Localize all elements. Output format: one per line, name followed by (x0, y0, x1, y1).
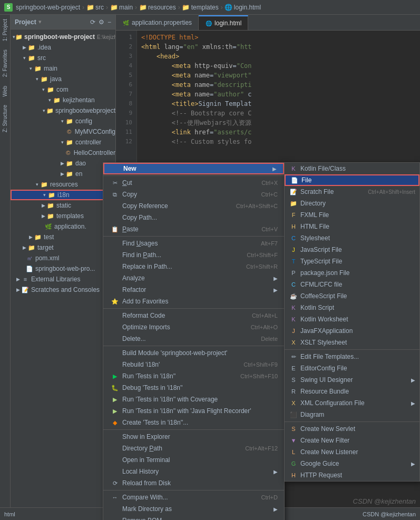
submenu-resource-bundle[interactable]: R Resource Bundle (285, 386, 419, 397)
menu-rebuild[interactable]: Rebuild 'i18n' Ctrl+Shift+F9 (103, 359, 284, 370)
favorites-strip-label[interactable]: 2: Favorites (1, 45, 9, 81)
panel-dropdown-arrow[interactable]: ▾ (38, 18, 42, 25)
submenu-file[interactable]: 📄 File (285, 174, 419, 186)
submenu-packagejson[interactable]: P package.json File (285, 267, 419, 279)
tree-controller[interactable]: ▾ 📁 controller (11, 137, 115, 148)
menu-find-path[interactable]: Find in Path... Ctrl+Shift+F (103, 249, 284, 261)
delete-shortcut: Delete (261, 336, 278, 342)
submenu-cfml[interactable]: C CFML/CFC file (285, 279, 419, 290)
project-strip-label[interactable]: 1: Project (1, 15, 9, 45)
tree-extlibs[interactable]: ▶ ≡ External Libraries (11, 274, 115, 284)
tree-resources[interactable]: ▾ 📁 resources (11, 179, 115, 190)
minimize-icon[interactable]: − (108, 18, 111, 26)
tree-i18n[interactable]: ▾ 📁 i18n (11, 190, 115, 200)
menu-reload[interactable]: ⟳ Reload from Disk (103, 477, 284, 489)
tree-mvcconfig[interactable]: © MyMVCConfig (11, 126, 115, 137)
tree-idea-label: .idea (37, 44, 51, 51)
tree-hello[interactable]: © HelloController (11, 148, 115, 158)
menu-optimize[interactable]: Optimize Imports Ctrl+Alt+O (103, 321, 284, 333)
tab-appprops[interactable]: 🌿 application.properties (116, 15, 199, 30)
submenu-html[interactable]: H HTML File (285, 221, 419, 232)
menu-favorites[interactable]: ⭐ Add to Favorites (103, 296, 284, 307)
submenu-typescript[interactable]: T TypeScript File (285, 256, 419, 267)
menu-run-coverage[interactable]: ▶ Run 'Tests in 'i18n'' with Coverage (103, 394, 284, 405)
menu-run-tests[interactable]: ▶ Run 'Tests in 'i18n'' Ctrl+Shift+F10 (103, 370, 284, 382)
menu-debug-tests[interactable]: 🐛 Debug 'Tests in 'i18n'' (103, 382, 284, 394)
menu-cut[interactable]: ✂ Cut Ctrl+X (103, 177, 284, 189)
tree-com[interactable]: ▾ 📁 com (11, 84, 115, 95)
submenu-new-filter[interactable]: ▼ Create New Filter (285, 435, 419, 446)
menu-find-usages[interactable]: Find Usages Alt+F7 (103, 238, 284, 249)
structure-strip-label[interactable]: Z: Structure (1, 101, 9, 136)
tree-arrow-com: ▾ (40, 87, 46, 92)
submenu-new-listener[interactable]: L Create New Listener (285, 446, 419, 458)
tree-pkg[interactable]: ▾ 📁 kejizhentan (11, 95, 115, 105)
tree-en[interactable]: ▶ 📁 en (11, 169, 115, 179)
tree-test[interactable]: ▶ 📁 test (11, 232, 115, 242)
menu-create-tests[interactable]: ◆ Create 'Tests in 'i18n''... (103, 417, 284, 428)
sync-icon[interactable]: ⟳ (90, 18, 95, 26)
settings-icon[interactable]: ⚙ (99, 18, 104, 26)
submenu-swing[interactable]: S Swing UI Designer ▶ (285, 374, 419, 386)
extlibs-icon: ≡ (21, 275, 30, 283)
menu-build[interactable]: Build Module 'springboot-web-project' (103, 347, 284, 359)
menu-delete[interactable]: Delete... Delete (103, 333, 284, 345)
submenu-stylesheet[interactable]: C Stylesheet (285, 232, 419, 244)
submenu-kotlin-file[interactable]: K Kotlin File/Class (285, 163, 419, 174)
menu-remove-bom[interactable]: Remove BOM (103, 515, 284, 520)
submenu-fxml[interactable]: F FXML File (285, 209, 419, 221)
tree-appprops[interactable]: 🌿 application. (11, 221, 115, 232)
submenu-edit-templates[interactable]: ✏ Edit File Templates... (285, 351, 419, 362)
submenu-diagram[interactable]: ⬛ Diagram (285, 409, 419, 420)
submenu-kotlin-worksheet[interactable]: K Kotlin Worksheet (285, 313, 419, 325)
editorconfig-label: EditorConfig File (300, 365, 415, 372)
tree-static[interactable]: ▶ 📁 static (11, 200, 115, 211)
menu-dir-path[interactable]: Directory Path Ctrl+Alt+F12 (103, 443, 284, 454)
tree-config[interactable]: ▾ 📁 config (11, 116, 115, 126)
http-label: HTTP Request (300, 472, 415, 479)
submenu-new-servlet[interactable]: S Create New Servlet (285, 423, 419, 435)
menu-reformat[interactable]: Reformat Code Ctrl+Alt+L (103, 310, 284, 321)
submenu-editorconfig[interactable]: E EditorConfig File (285, 362, 419, 374)
tree-src[interactable]: ▾ 📁 src (11, 53, 115, 63)
menu-replace-path[interactable]: Replace in Path... Ctrl+Shift+R (103, 261, 284, 272)
tree-pom[interactable]: ㎥ pom.xml (11, 253, 115, 263)
submenu-xml-config[interactable]: X XML Configuration File ▶ (285, 397, 419, 409)
menu-open-terminal[interactable]: Open in Terminal (103, 454, 284, 466)
menu-mark-dir[interactable]: Mark Directory as ▶ (103, 503, 284, 515)
submenu-directory[interactable]: 📁 Directory (285, 198, 419, 209)
submenu-xslt[interactable]: X XSLT Stylesheet (285, 337, 419, 348)
tree-arrow-idea: ▶ (21, 45, 27, 50)
submenu-coffeescript[interactable]: ☕ CoffeeScript File (285, 290, 419, 302)
submenu-http-request[interactable]: H HTTP Request (285, 469, 419, 481)
menu-paste[interactable]: 📋 Paste Ctrl+V (103, 223, 284, 235)
submenu-javascript[interactable]: J JavaScript File (285, 244, 419, 256)
tree-templates[interactable]: ▶ 📁 templates (11, 211, 115, 221)
tree-springboot[interactable]: ▾ 📁 springbootwebproject (11, 105, 115, 116)
tab-loginhtml[interactable]: 🌐 login.html (199, 15, 248, 30)
submenu-scratch[interactable]: 📝 Scratch File Ctrl+Alt+Shift+Insert (285, 186, 419, 198)
menu-compare[interactable]: ↔ Compare With... Ctrl+D (103, 492, 284, 503)
tree-java[interactable]: ▾ 📁 java (11, 74, 115, 84)
tree-main[interactable]: ▾ 📁 main (11, 63, 115, 74)
submenu-kotlin-script[interactable]: K Kotlin Script (285, 302, 419, 313)
menu-refactor[interactable]: Refactor ▶ (103, 284, 284, 296)
tree-idea[interactable]: ▶ 📁 .idea (11, 42, 115, 53)
tab-html-icon: 🌐 (205, 19, 212, 27)
tree-target[interactable]: ▶ 📁 target (11, 242, 115, 253)
menu-show-explorer[interactable]: Show in Explorer (103, 431, 284, 443)
web-strip-label[interactable]: Web (1, 82, 9, 101)
tree-scratches[interactable]: ▶ 📝 Scratches and Consoles (11, 284, 115, 295)
menu-local-history[interactable]: Local History ▶ (103, 466, 284, 477)
menu-copy[interactable]: ⧉ Copy Ctrl+C (103, 189, 284, 200)
menu-run-jfr[interactable]: ▶ Run 'Tests in 'i18n'' with 'Java Fligh… (103, 405, 284, 417)
menu-analyze[interactable]: Analyze ▶ (103, 272, 284, 284)
submenu-javafx[interactable]: J JavaFXApplication (285, 325, 419, 337)
menu-new[interactable]: New ▶ (103, 163, 284, 174)
menu-copy-reference[interactable]: Copy Reference Ctrl+Alt+Shift+C (103, 200, 284, 212)
menu-copy-path[interactable]: Copy Path... (103, 212, 284, 223)
submenu-google-guice[interactable]: G Google Guice ▶ (285, 458, 419, 469)
tree-springpro[interactable]: 📄 springboot-web-pro... (11, 263, 115, 274)
tree-dao[interactable]: ▶ 📁 dao (11, 158, 115, 169)
tree-root[interactable]: ▾ 📁 springboot-web-project E:\kejizhen-p… (11, 32, 115, 42)
